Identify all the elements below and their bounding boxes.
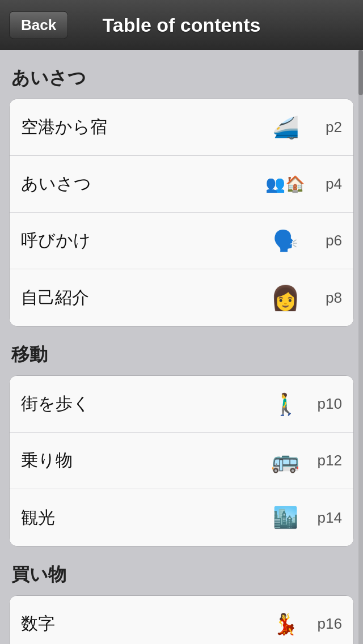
list-card-section-kaimono: 数字p16買い物p18 bbox=[9, 595, 354, 644]
item-label-item-kankou: 観光 bbox=[21, 506, 263, 529]
item-page-item-jikoshoukai: p8 bbox=[314, 289, 342, 307]
list-card-section-aisatsu: 空港から宿p2あいさつp4呼びかけp6自己紹介p8 bbox=[9, 99, 354, 327]
list-item-item-suuji[interactable]: 数字p16 bbox=[10, 596, 353, 644]
item-icon-item-norimono bbox=[263, 441, 308, 481]
back-button[interactable]: Back bbox=[9, 11, 68, 39]
item-icon-item-kankou bbox=[263, 498, 308, 537]
item-page-item-kankou: p14 bbox=[314, 509, 342, 527]
item-label-item-suuji: 数字 bbox=[21, 612, 263, 635]
scrollbar bbox=[358, 50, 363, 644]
list-card-section-ido: 街を歩くp10乗り物p12観光p14 bbox=[9, 375, 354, 546]
item-icon-item-kuukou bbox=[263, 108, 308, 147]
list-item-item-yobikake[interactable]: 呼びかけp6 bbox=[10, 213, 353, 269]
list-item-item-kankou[interactable]: 観光p14 bbox=[10, 489, 353, 546]
list-item-item-jikoshoukai[interactable]: 自己紹介p8 bbox=[10, 269, 353, 326]
item-icon-item-yobikake bbox=[263, 221, 308, 261]
item-icon-item-aisatsu bbox=[263, 164, 308, 204]
item-icon-item-suuji bbox=[263, 604, 308, 644]
list-item-item-machiaruku[interactable]: 街を歩くp10 bbox=[10, 376, 353, 433]
item-label-item-aisatsu: あいさつ bbox=[21, 172, 263, 196]
item-label-item-norimono: 乗り物 bbox=[21, 449, 263, 472]
item-icon-item-jikoshoukai bbox=[263, 278, 308, 317]
section-header-section-aisatsu: あいさつ bbox=[9, 66, 354, 91]
scrollbar-thumb bbox=[358, 50, 363, 95]
item-label-item-yobikake: 呼びかけ bbox=[21, 229, 263, 252]
item-page-item-yobikake: p6 bbox=[314, 232, 342, 249]
item-label-item-jikoshoukai: 自己紹介 bbox=[21, 286, 263, 310]
item-page-item-norimono: p12 bbox=[314, 452, 342, 469]
item-page-item-aisatsu: p4 bbox=[314, 175, 342, 193]
item-page-item-machiaruku: p10 bbox=[314, 395, 342, 413]
nav-bar: Back Table of contents bbox=[0, 0, 363, 50]
list-item-item-norimono[interactable]: 乗り物p12 bbox=[10, 433, 353, 489]
content-scroll[interactable]: あいさつ空港から宿p2あいさつp4呼びかけp6自己紹介p8移動街を歩くp10乗り… bbox=[0, 50, 363, 644]
item-label-item-machiaruku: 街を歩く bbox=[21, 392, 263, 416]
list-item-item-aisatsu[interactable]: あいさつp4 bbox=[10, 156, 353, 213]
item-icon-item-machiaruku bbox=[263, 384, 308, 424]
item-label-item-kuukou: 空港から宿 bbox=[21, 116, 263, 139]
page-title: Table of contents bbox=[103, 14, 261, 36]
item-page-item-kuukou: p2 bbox=[314, 118, 342, 136]
section-header-section-ido: 移動 bbox=[9, 342, 354, 367]
list-item-item-kuukou[interactable]: 空港から宿p2 bbox=[10, 99, 353, 156]
section-header-section-kaimono: 買い物 bbox=[9, 562, 354, 587]
item-page-item-suuji: p16 bbox=[314, 615, 342, 633]
